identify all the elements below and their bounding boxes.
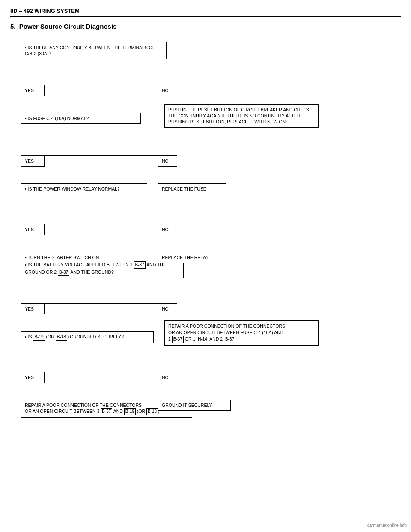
- question-3-box: • IS THE POWER WINDOW RELAY NORMAL?: [21, 183, 147, 194]
- q3-text: IS THE POWER WINDOW RELAY NORMAL?: [28, 186, 120, 191]
- section-title: 5. Power Source Circuit Diagnosis: [10, 23, 401, 30]
- header-title: 8D – 492 WIRING SYSTEM: [10, 8, 80, 14]
- watermark: carmanualonline.info: [367, 523, 407, 528]
- question-1-box: • IS THERE ANY CONTINUITY BETWEEN THE TE…: [21, 42, 167, 59]
- no1-action-text: PUSH IN THE RESET BUTTON OF CIRCUIT BREA…: [168, 107, 310, 124]
- question-5-box: • IS B-19 (OR B-18) GROUNDED SECURELY?: [21, 331, 154, 343]
- yes-label-1: YES: [21, 85, 45, 96]
- ref-b37-no4-2: B-37: [224, 336, 235, 343]
- page-header: 8D – 492 WIRING SYSTEM: [10, 8, 401, 17]
- question-2-box: • IS FUSE C-4 (10A) NORMAL?: [21, 113, 141, 124]
- ref-b37-final: B-37: [101, 408, 112, 415]
- yes-label-4: YES: [21, 303, 45, 314]
- yes-label-2: YES: [21, 155, 45, 167]
- ref-b18-q5: B-18: [56, 334, 67, 341]
- replace-relay-text: REPLACE THE RELAY: [162, 255, 208, 260]
- ref-b18-final: B-18: [146, 408, 158, 415]
- replace-fuse-text: REPLACE THE FUSE: [162, 186, 206, 191]
- yes-label-3: YES: [21, 224, 45, 235]
- yes-label-5: YES: [21, 372, 45, 383]
- q2-text: IS FUSE C-4 (10A) NORMAL?: [28, 116, 89, 121]
- no1-action-box: PUSH IN THE RESET BUTTON OF CIRCUIT BREA…: [164, 104, 319, 128]
- q4-b2: IS THE BATTERY VOLTAGE APPLIED BETWEEN 1: [28, 262, 134, 267]
- no-label-1: NO: [158, 85, 177, 96]
- flowchart-diagram: • IS THERE ANY CONTINUITY BETWEEN THE TE…: [15, 38, 391, 423]
- ref-b37-2: B-37: [58, 269, 69, 276]
- ref-b19-final: B-19: [124, 408, 136, 415]
- replace-relay-box: REPLACE THE RELAY: [158, 252, 226, 263]
- ground-securely-text: GROUND IT SECURELY: [162, 403, 212, 408]
- no-label-5: NO: [158, 372, 177, 383]
- q4-b1: TURN THE STARTER SWITCH ON: [27, 255, 99, 260]
- ref-b19-q5: B-19: [33, 334, 45, 341]
- final-no-action-box: GROUND IT SECURELY: [158, 400, 231, 411]
- q1-text: IS THERE ANY CONTINUITY BETWEEN THE TERM…: [25, 45, 155, 56]
- replace-fuse-box: REPLACE THE FUSE: [158, 183, 226, 194]
- no4-action-box: REPAIR A POOR CONNECTION OF THE CONNECTO…: [164, 320, 319, 346]
- ref-h14-no4: H-14: [197, 336, 208, 343]
- ref-b37-no4-1: B-37: [172, 336, 184, 343]
- no-label-2: NO: [158, 155, 177, 167]
- no-label-3: NO: [158, 224, 177, 235]
- ref-b37-1: B-37: [134, 261, 146, 269]
- no-label-4: NO: [158, 303, 177, 314]
